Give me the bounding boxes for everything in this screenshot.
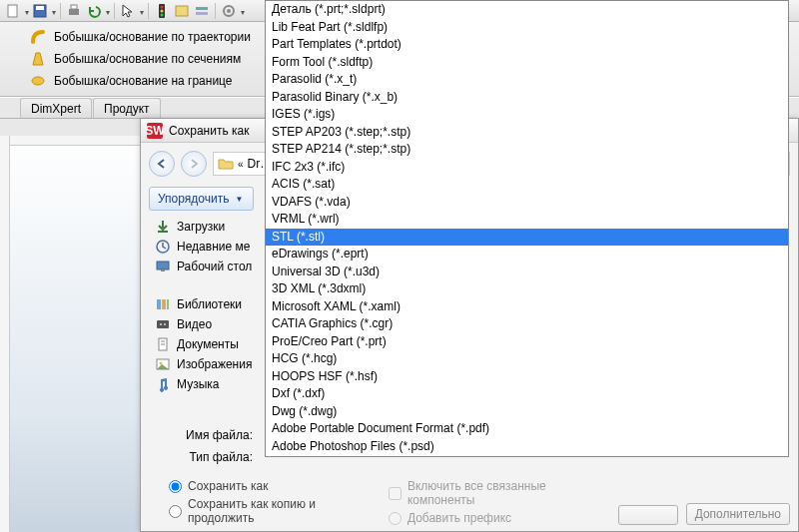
- svg-rect-0: [8, 5, 17, 17]
- filetype-option[interactable]: Деталь (*.prt;*.sldprt): [266, 1, 788, 19]
- svg-rect-20: [161, 269, 165, 271]
- svg-rect-2: [36, 6, 44, 10]
- svg-rect-24: [157, 320, 169, 328]
- filetype-option[interactable]: 3D XML (*.3dxml): [266, 280, 788, 298]
- organize-button[interactable]: Упорядочить ▼: [149, 187, 254, 211]
- undo-dropdown[interactable]: [105, 4, 110, 18]
- print-icon[interactable]: [65, 2, 83, 20]
- sidebar-item-lib1[interactable]: Документы: [149, 334, 269, 354]
- check-include-all: Включить все связанные компоненты: [389, 479, 578, 507]
- filetype-option[interactable]: Part Templates (*.prtdot): [266, 36, 788, 54]
- sidebar-item-label: Видео: [177, 317, 212, 331]
- sidebar-item-label: Рабочий стол: [177, 260, 252, 273]
- feature-label: Бобышка/основание по траектории: [54, 30, 251, 44]
- images-icon: [155, 356, 171, 372]
- svg-rect-17: [158, 231, 168, 233]
- dialog-title: Сохранить как: [169, 124, 249, 138]
- tab-dimxpert[interactable]: DimXpert: [20, 98, 92, 118]
- select-dropdown[interactable]: [139, 4, 144, 18]
- traffic-icon[interactable]: [153, 2, 171, 20]
- filetype-label: Тип файла:: [149, 450, 261, 464]
- settings-icon[interactable]: [220, 2, 238, 20]
- filetype-dropdown[interactable]: Деталь (*.prt;*.sldprt)Lib Feat Part (*.…: [265, 0, 789, 457]
- separator: [148, 3, 149, 19]
- filetype-option[interactable]: Parasolid (*.x_t): [266, 71, 788, 89]
- radio-prefix-label: Добавить префикс: [407, 511, 511, 525]
- undo-icon[interactable]: [85, 2, 103, 20]
- svg-point-26: [164, 323, 166, 325]
- filetype-option[interactable]: Adobe Photoshop Files (*.psd): [266, 438, 788, 456]
- forward-button[interactable]: [181, 151, 207, 177]
- music-icon: [155, 376, 171, 392]
- options-icon[interactable]: [173, 2, 191, 20]
- rebuild-icon[interactable]: [193, 2, 211, 20]
- svg-text:SW: SW: [147, 124, 163, 138]
- filetype-option[interactable]: Lib Feat Part (*.sldlfp): [266, 19, 788, 37]
- save-dropdown[interactable]: [51, 4, 56, 18]
- back-button[interactable]: [149, 151, 175, 177]
- filetype-option[interactable]: CATIA Graphics (*.cgr): [266, 315, 788, 333]
- radio-add-prefix: Добавить префикс: [389, 511, 578, 525]
- svg-rect-21: [157, 299, 161, 309]
- filetype-option[interactable]: STEP AP214 (*.step;*.stp): [266, 141, 788, 159]
- sidebar-item-lib0[interactable]: Видео: [149, 314, 269, 334]
- filetype-option[interactable]: HOOPS HSF (*.hsf): [266, 368, 788, 386]
- filetype-option[interactable]: IFC 2x3 (*.ifc): [266, 159, 788, 177]
- new-dropdown[interactable]: [24, 4, 29, 18]
- svg-rect-11: [196, 12, 208, 15]
- sidebar-item-label: Музыка: [177, 377, 219, 391]
- filetype-option[interactable]: HCG (*.hcg): [266, 350, 788, 368]
- filetype-option[interactable]: Adobe Portable Document Format (*.pdf): [266, 420, 788, 438]
- radio-save-as[interactable]: Сохранить как: [169, 479, 349, 493]
- filetype-option[interactable]: Form Tool (*.sldftp): [266, 54, 788, 72]
- organize-label: Упорядочить: [158, 192, 229, 206]
- filetype-option[interactable]: Adobe Illustrator Files (*.ai): [266, 455, 788, 457]
- save-icon[interactable]: [31, 2, 49, 20]
- filetype-option[interactable]: IGES (*.igs): [266, 106, 788, 124]
- filetype-option[interactable]: eDrawings (*.eprt): [266, 246, 788, 264]
- filetype-option[interactable]: STEP AP203 (*.step;*.stp): [266, 124, 788, 142]
- filename-label: Имя файла:: [149, 428, 261, 442]
- sidebar-libraries[interactable]: Библиотеки: [149, 294, 269, 314]
- filetype-option[interactable]: Universal 3D (*.u3d): [266, 264, 788, 281]
- filetype-option[interactable]: ProE/Creo Part (*.prt): [266, 333, 788, 351]
- settings-dropdown[interactable]: [240, 4, 245, 18]
- sidebar-item-fav2[interactable]: Рабочий стол: [149, 257, 269, 276]
- sidebar-item-label: Документы: [177, 337, 239, 351]
- sidebar-item-fav1[interactable]: Недавние ме: [149, 237, 269, 257]
- filetype-option[interactable]: Dwg (*.dwg): [266, 403, 788, 421]
- desktop-icon: [155, 259, 171, 274]
- tab-products[interactable]: Продукт: [93, 98, 161, 118]
- filetype-option[interactable]: Microsoft XAML (*.xaml): [266, 298, 788, 316]
- svg-rect-3: [69, 9, 79, 15]
- filetype-option[interactable]: ACIS (*.sat): [266, 176, 788, 194]
- filetype-option[interactable]: VRML (*.wrl): [266, 211, 788, 229]
- sidebar-lib-title: Библиотеки: [177, 297, 242, 311]
- select-icon[interactable]: [119, 2, 137, 20]
- filetype-option[interactable]: Parasolid Binary (*.x_b): [266, 89, 788, 107]
- separator: [114, 3, 115, 19]
- new-icon[interactable]: [4, 2, 22, 20]
- svg-rect-9: [176, 6, 188, 16]
- filetype-option[interactable]: STL (*.stl): [266, 229, 788, 247]
- video-icon: [155, 316, 171, 332]
- separator: [215, 3, 216, 19]
- sidebar-item-lib2[interactable]: Изображения: [149, 354, 269, 374]
- svg-point-7: [161, 9, 164, 12]
- filetype-option[interactable]: VDAFS (*.vda): [266, 194, 788, 212]
- folder-icon: [218, 156, 234, 172]
- sidebar-item-label: Загрузки: [177, 220, 225, 234]
- sidebar-item-label: Недавние ме: [177, 240, 250, 254]
- download-icon: [155, 219, 171, 235]
- sidebar-item-lib3[interactable]: Музыка: [149, 374, 269, 394]
- radio-save-copy[interactable]: Сохранить как копию и продолжить: [169, 497, 349, 525]
- filetype-option[interactable]: Dxf (*.dxf): [266, 385, 788, 403]
- feature-label: Бобышка/основание на границе: [54, 74, 233, 88]
- check-include-label: Включить все связанные компоненты: [407, 479, 578, 507]
- sidebar-item-fav0[interactable]: Загрузки: [149, 217, 269, 237]
- svg-point-6: [161, 5, 164, 8]
- extra-button[interactable]: Дополнительно: [686, 503, 790, 525]
- recent-icon: [155, 239, 171, 255]
- sidebar-item-label: Изображения: [177, 357, 252, 371]
- svg-rect-10: [196, 7, 208, 10]
